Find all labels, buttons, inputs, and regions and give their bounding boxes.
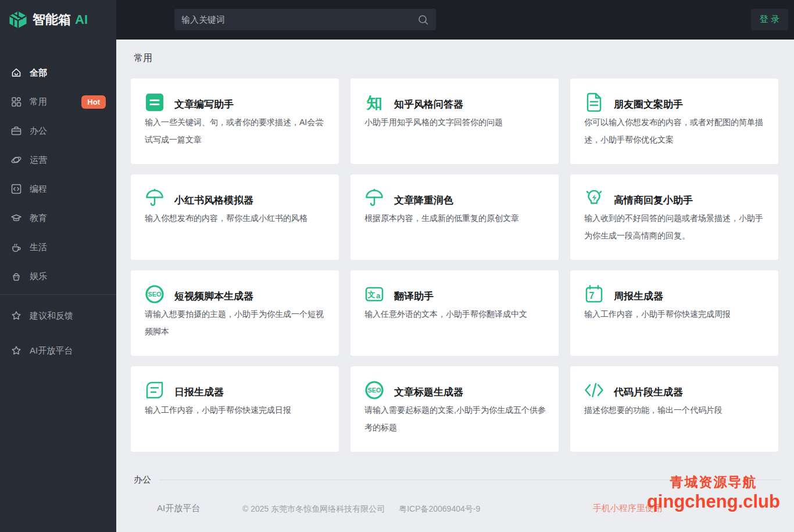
graduation-cap-icon xyxy=(10,212,22,224)
tool-card-desc: 输入任意外语的文本，小助手帮你翻译成中文 xyxy=(364,305,546,323)
tool-card-article-writer[interactable]: 文章编写助手 输入一些关键词、句，或者你的要求描述，AI会尝试写成一篇文章 xyxy=(131,78,339,164)
tool-card-title: 高情商回复小助手 xyxy=(614,194,693,207)
logo-cube-icon xyxy=(8,10,28,30)
svg-text:7: 7 xyxy=(589,291,595,301)
sidebar-item-office[interactable]: 办公 xyxy=(0,116,116,145)
entertainment-icon xyxy=(10,270,22,282)
sidebar-item-label: 运营 xyxy=(30,155,47,166)
umbrella-icon xyxy=(144,188,165,209)
briefcase-icon xyxy=(10,125,22,137)
tool-card-title: 朋友圈文案助手 xyxy=(614,98,683,111)
coffee-icon xyxy=(10,241,22,253)
search-input[interactable] xyxy=(181,15,417,24)
operation-icon xyxy=(10,154,22,166)
tool-card-title: 文章降重润色 xyxy=(394,194,453,207)
tool-card-title: 周报生成器 xyxy=(614,290,663,303)
svg-text:SEO: SEO xyxy=(148,291,162,298)
tool-card-title: 代码片段生成器 xyxy=(614,385,683,399)
login-button[interactable]: 登 录 xyxy=(751,9,788,30)
sidebar-footer: 建议和反馈 AI开放平台 xyxy=(0,298,116,368)
svg-text:知: 知 xyxy=(366,94,382,112)
tool-card-desc: 请输入需要起标题的文案,小助手为你生成五个供参考的标题 xyxy=(364,401,546,436)
brand-suffix: AI xyxy=(75,12,88,27)
home-icon xyxy=(10,67,22,78)
tool-card-desc: 小助手用知乎风格的文字回答你的问题 xyxy=(364,113,546,131)
tool-card-desc: 输入工作内容，小助手帮你快速完成周报 xyxy=(584,305,766,323)
tool-card-title: 文章编写助手 xyxy=(174,98,234,111)
code-square-icon xyxy=(10,183,22,195)
document-icon xyxy=(584,92,605,113)
sidebar-item-all[interactable]: 全部 xyxy=(0,58,116,87)
sidebar-item-label: 编程 xyxy=(30,184,47,195)
logo[interactable]: 智能箱 AI xyxy=(0,0,116,40)
bulb-flash-icon xyxy=(584,188,605,209)
footer-ai-platform-link[interactable]: AI开放平台 xyxy=(157,503,200,514)
sidebar-item-operation[interactable]: 运营 xyxy=(0,145,116,174)
translate-icon: 文a xyxy=(364,284,385,305)
svg-text:文: 文 xyxy=(367,290,375,299)
top-header: 登 录 xyxy=(116,0,794,40)
sidebar-item-life[interactable]: 生活 xyxy=(0,233,116,262)
tool-card-weekly-report[interactable]: 7 周报生成器 输入工作内容，小助手帮你快速完成周报 xyxy=(570,270,778,356)
next-section-header: 办公 xyxy=(134,474,781,485)
calendar-7-icon: 7 xyxy=(584,284,605,305)
tool-card-title: 小红书风格模拟器 xyxy=(174,194,253,207)
tool-card-translator[interactable]: 文a 翻译助手 输入任意外语的文本，小助手帮你翻译成中文 xyxy=(350,270,559,356)
sidebar-item-common[interactable]: 常用 Hot xyxy=(0,87,116,116)
doc-lines-icon xyxy=(144,92,165,113)
code-icon xyxy=(584,380,605,401)
copyright-text: © 2025 东莞市冬惊鱼网络科技有限公司 xyxy=(242,504,385,513)
tool-card-title: 日报生成器 xyxy=(174,385,224,399)
tool-card-zhihu-qa[interactable]: 知 知乎风格问答器 小助手用知乎风格的文字回答你的问题 xyxy=(350,78,559,164)
seo-circle-icon: SEO xyxy=(144,284,165,305)
tool-card-eq-reply[interactable]: 高情商回复小助手 输入收到的不好回答的问题或者场景描述，小助手为你生成一段高情商… xyxy=(570,174,778,260)
tool-card-code-snippet[interactable]: 代码片段生成器 描述你想要的功能，输出一个代码片段 xyxy=(570,366,778,452)
tool-card-title: 翻译助手 xyxy=(394,290,434,303)
tool-card-desc: 描述你想要的功能，输出一个代码片段 xyxy=(584,401,766,419)
brand-name: 智能箱 xyxy=(33,11,71,28)
tool-card-desc: 你可以输入你想发布的内容，或者对配图的简单描述，小助手帮你优化文案 xyxy=(584,113,766,148)
seo-circle-icon: SEO xyxy=(364,380,385,401)
tool-card-grid: 文章编写助手 输入一些关键词、句，或者你的要求描述，AI会尝试写成一篇文章 知 … xyxy=(131,78,781,452)
grid-icon xyxy=(10,96,22,108)
main-content: 常用 文章编写助手 输入一些关键词、句，或者你的要求描述，AI会尝试写成一篇文章… xyxy=(116,40,794,532)
tool-card-rewrite-polish[interactable]: 文章降重润色 根据原本内容，生成新的低重复的原创文章 xyxy=(350,174,559,260)
tool-card-desc: 输入工作内容，小助手帮你快速完成日报 xyxy=(145,401,326,419)
sidebar-item-label: 办公 xyxy=(30,126,47,137)
sidebar-item-label: 常用 xyxy=(30,97,47,108)
tool-card-xiaohongshu-style[interactable]: 小红书风格模拟器 输入你想发布的内容，帮你生成小红书的风格 xyxy=(131,174,339,260)
sidebar-item-label: AI开放平台 xyxy=(30,345,73,356)
search-bar xyxy=(174,9,436,30)
sidebar-item-label: 全部 xyxy=(30,67,47,78)
sidebar-item-label: 教育 xyxy=(30,213,47,224)
tool-card-desc: 输入收到的不好回答的问题或者场景描述，小助手为你生成一段高情商的回复。 xyxy=(584,209,766,244)
tool-card-short-video-script[interactable]: SEO 短视频脚本生成器 请输入想要拍摄的主题，小助手为你生成一个短视频脚本 xyxy=(131,270,339,356)
section-divider xyxy=(159,480,781,480)
section-title: 常用 xyxy=(134,52,152,65)
svg-text:a: a xyxy=(376,291,381,300)
footer-copyright: © 2025 东莞市冬惊鱼网络科技有限公司 粤ICP备20069404号-9 xyxy=(242,504,480,515)
sidebar-item-feedback[interactable]: 建议和反馈 xyxy=(0,298,116,333)
sidebar-item-coding[interactable]: 编程 xyxy=(0,174,116,203)
sidebar-nav: 全部 常用 Hot 办公 运营 编程 xyxy=(0,40,116,368)
sidebar-item-ai-platform[interactable]: AI开放平台 xyxy=(0,333,116,368)
sidebar-item-entertainment[interactable]: 娱乐 xyxy=(0,262,116,291)
tool-card-title: 短视频脚本生成器 xyxy=(174,290,253,303)
tool-card-daily-report[interactable]: 日报生成器 输入工作内容，小助手帮你快速完成日报 xyxy=(131,366,339,452)
leaf-doc-icon xyxy=(144,380,165,401)
hot-badge: Hot xyxy=(81,95,106,109)
sidebar-item-education[interactable]: 教育 xyxy=(0,203,116,233)
tool-card-moments-copy[interactable]: 朋友圈文案助手 你可以输入你想发布的内容，或者对配图的简单描述，小助手帮你优化文… xyxy=(570,78,778,164)
zhihu-icon: 知 xyxy=(364,92,385,113)
tool-card-desc: 输入你想发布的内容，帮你生成小红书的风格 xyxy=(145,209,326,227)
footer-right-note: 手机小程序里使用 xyxy=(593,503,663,514)
search-icon[interactable] xyxy=(417,14,429,26)
tool-card-title: 知乎风格问答器 xyxy=(394,98,463,111)
svg-text:SEO: SEO xyxy=(367,387,381,394)
tool-card-desc: 根据原本内容，生成新的低重复的原创文章 xyxy=(364,209,546,227)
tool-card-article-title[interactable]: SEO 文章标题生成器 请输入需要起标题的文案,小助手为你生成五个供参考的标题 xyxy=(350,366,559,452)
sidebar-item-label: 娱乐 xyxy=(30,271,47,282)
sidebar-item-label: 建议和反馈 xyxy=(30,310,73,322)
sidebar-divider xyxy=(0,294,116,295)
umbrella-icon xyxy=(364,188,385,209)
